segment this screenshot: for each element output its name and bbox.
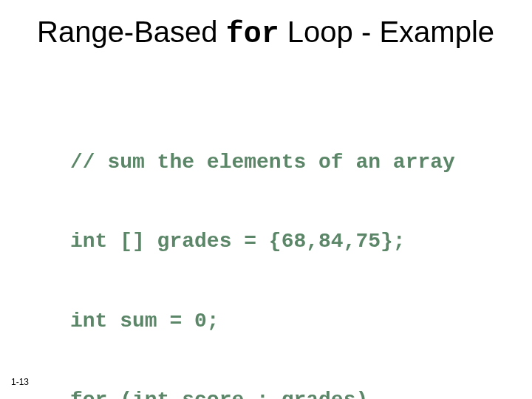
code-line-1: // sum the elements of an array [70, 149, 455, 176]
title-keyword-for: for [226, 18, 279, 51]
title-text-post: Loop - Example [279, 16, 494, 48]
code-line-3: int sum = 0; [70, 308, 455, 335]
code-line-4: for (int score : grades) [70, 387, 455, 399]
slide-title: Range-Based for Loop - Example [37, 15, 510, 52]
page-number: 1-13 [11, 377, 29, 387]
code-block: // sum the elements of an array int [] g… [70, 96, 455, 399]
title-text-pre: Range-Based [37, 16, 226, 48]
slide: Range-Based for Loop - Example // sum th… [0, 0, 532, 399]
code-line-2: int [] grades = {68,84,75}; [70, 228, 455, 255]
